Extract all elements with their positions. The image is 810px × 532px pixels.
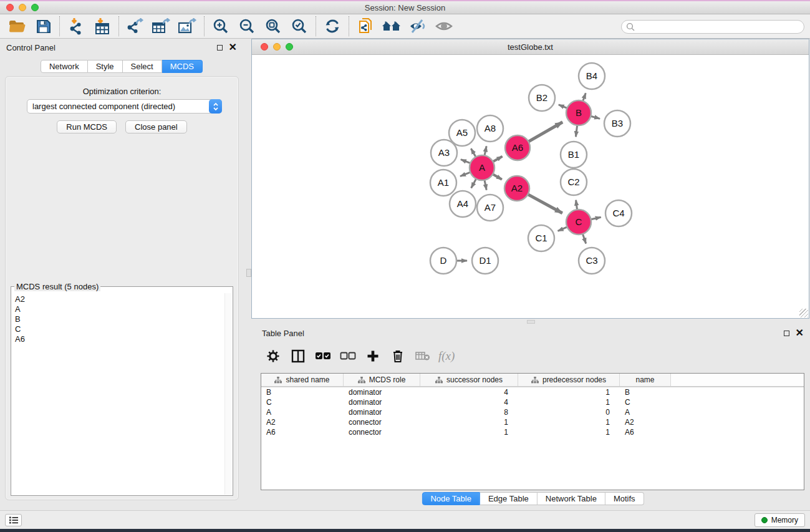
graph-node-C1[interactable]: C1	[528, 225, 554, 251]
graph-edge-C-C2[interactable]	[576, 200, 577, 210]
result-scrollbar[interactable]	[224, 293, 232, 495]
tab-motifs[interactable]: Motifs	[605, 492, 644, 505]
table-cell[interactable]: 1	[518, 388, 620, 397]
graph-node-A[interactable]: A	[470, 155, 494, 180]
tab-network-table[interactable]: Network Table	[538, 492, 605, 505]
network-zoom-button[interactable]	[286, 43, 293, 51]
graph-node-A6[interactable]: A6	[505, 135, 530, 160]
table-cell[interactable]: 0	[518, 408, 620, 417]
close-panel-button[interactable]: Close panel	[125, 120, 187, 133]
table-cell[interactable]: dominator	[344, 408, 420, 417]
graph-node-B4[interactable]: B4	[579, 63, 605, 89]
show-task-history-button[interactable]	[5, 514, 22, 526]
graph-edge-A-A8[interactable]	[485, 146, 486, 155]
graph-edge-A-A5[interactable]	[471, 148, 476, 157]
select-all-rows-button[interactable]	[312, 346, 334, 367]
tab-network[interactable]: Network	[41, 60, 88, 73]
mcds-result-item[interactable]: A	[15, 304, 233, 314]
table-cell[interactable]: dominator	[344, 398, 420, 407]
vertical-splitter-grip[interactable]	[246, 269, 251, 277]
network-canvas[interactable]: B4B2BB3A5A8A6B1A3AA1C2A4A7A2C4CC1C3DD1	[252, 55, 809, 318]
float-panel-icon[interactable]	[217, 45, 223, 51]
table-cell[interactable]: 1	[420, 428, 518, 437]
graph-node-B1[interactable]: B1	[561, 142, 587, 168]
table-cell[interactable]: connector	[344, 428, 420, 437]
tab-edge-table[interactable]: Edge Table	[480, 492, 538, 505]
table-cell[interactable]: B	[261, 388, 344, 397]
network-window-titlebar[interactable]: testGlobe.txt	[252, 39, 809, 55]
table-cell[interactable]: 1	[420, 418, 518, 427]
cybrowser-home-button[interactable]	[378, 15, 405, 37]
split-panel-button[interactable]	[287, 346, 309, 367]
table-cell[interactable]: 4	[420, 388, 518, 397]
window-resize-grip[interactable]	[799, 309, 808, 317]
import-table-button[interactable]	[89, 15, 115, 37]
graph-node-B3[interactable]: B3	[604, 110, 630, 137]
mcds-result-item[interactable]: A6	[15, 334, 233, 344]
column-header-predecessor-nodes[interactable]: predecessor nodes	[518, 374, 620, 386]
graph-node-A1[interactable]: A1	[430, 170, 456, 196]
graph-edge-A2-C[interactable]	[528, 195, 562, 213]
graph-node-B[interactable]: B	[566, 100, 591, 125]
zoom-window-button[interactable]	[31, 4, 39, 11]
table-cell[interactable]: C	[620, 398, 671, 407]
tab-style[interactable]: Style	[88, 60, 123, 73]
table-cell[interactable]: 1	[518, 418, 620, 427]
table-cell[interactable]: B	[620, 388, 671, 397]
minimize-window-button[interactable]	[19, 4, 26, 11]
close-table-panel-icon[interactable]: ✕	[796, 329, 804, 337]
graph-edge-A-A4[interactable]	[471, 179, 476, 188]
run-mcds-button[interactable]: Run MCDS	[57, 120, 117, 133]
zoom-out-button[interactable]	[234, 15, 260, 37]
function-builder-button[interactable]: f(x)	[436, 346, 459, 367]
graph-edge-C-C1[interactable]	[558, 227, 567, 231]
table-row[interactable]: A2connector11A2	[261, 417, 804, 427]
graph-edge-A-A6[interactable]	[493, 157, 502, 162]
delete-table-button[interactable]	[412, 346, 434, 367]
tab-node-table[interactable]: Node Table	[422, 492, 480, 505]
mcds-result-item[interactable]: C	[15, 324, 233, 334]
graph-node-B2[interactable]: B2	[529, 85, 555, 111]
export-table-button[interactable]	[148, 15, 175, 37]
criterion-select[interactable]: largest connected component (directed)	[27, 99, 222, 114]
close-panel-icon[interactable]: ✕	[229, 44, 237, 51]
graph-edge-C-C4[interactable]	[591, 217, 601, 220]
graph-node-C4[interactable]: C4	[605, 200, 632, 226]
memory-button[interactable]: Memory	[755, 513, 805, 527]
table-cell[interactable]: A2	[261, 418, 344, 427]
zoom-in-button[interactable]	[208, 15, 234, 37]
graph-node-A2[interactable]: A2	[504, 176, 529, 201]
search-field[interactable]	[621, 20, 804, 34]
table-cell[interactable]: 1	[518, 398, 620, 407]
tab-select[interactable]: Select	[123, 60, 162, 73]
close-window-button[interactable]	[6, 4, 14, 11]
graph-edge-A-A1[interactable]	[460, 172, 470, 176]
table-row[interactable]: Cdominator41C	[261, 397, 804, 407]
graph-edge-B-B1[interactable]	[576, 125, 577, 137]
column-header-successor-nodes[interactable]: successor nodes	[420, 374, 518, 386]
table-cell[interactable]: 1	[518, 428, 620, 437]
graph-edge-A-A7[interactable]	[485, 180, 486, 190]
new-network-from-selection-button[interactable]	[352, 15, 378, 37]
table-cell[interactable]: dominator	[344, 388, 420, 397]
search-input[interactable]	[635, 21, 804, 32]
graph-edge-B-B4[interactable]	[583, 93, 586, 101]
graph-node-C[interactable]: C	[566, 210, 591, 235]
graph-edge-C-C3[interactable]	[582, 234, 586, 244]
graph-node-A4[interactable]: A4	[450, 191, 476, 217]
table-cell[interactable]: 8	[420, 408, 518, 417]
zoom-selected-button[interactable]	[286, 15, 312, 37]
graph-edge-A-A2[interactable]	[493, 174, 502, 180]
graph-node-C3[interactable]: C3	[579, 248, 605, 274]
zoom-fit-button[interactable]	[260, 15, 286, 37]
horizontal-splitter-grip[interactable]	[527, 320, 535, 324]
export-network-button[interactable]	[122, 15, 148, 37]
graph-node-C2[interactable]: C2	[561, 169, 587, 195]
graph-edge-A6-B[interactable]	[528, 122, 562, 142]
table-cell[interactable]: A6	[261, 428, 344, 437]
column-header-MCDS-role[interactable]: MCDS role	[344, 374, 420, 386]
mcds-result-item[interactable]: A2	[15, 294, 233, 304]
import-network-button[interactable]	[63, 15, 89, 37]
show-graphics-details-button[interactable]	[431, 15, 457, 37]
tab-mcds[interactable]: MCDS	[162, 60, 203, 73]
